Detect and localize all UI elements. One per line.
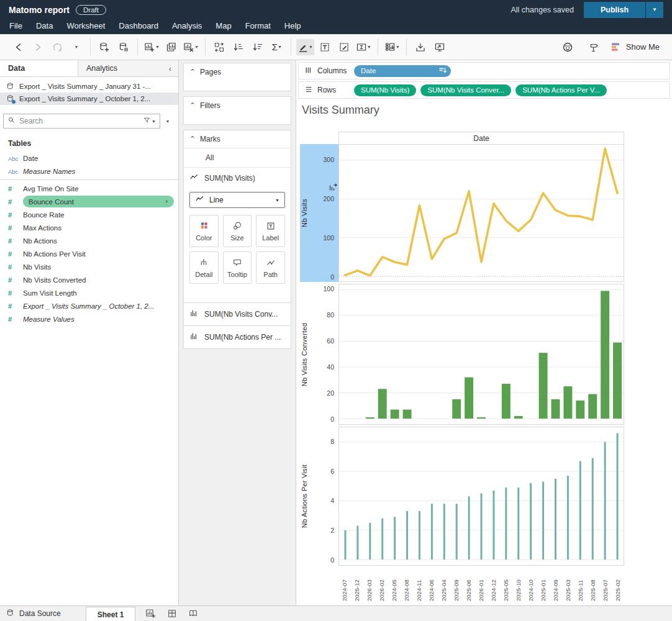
menu-dashboard[interactable]: Dashboard [112,17,165,34]
axis-nb-actions-per-visit[interactable]: Nb Actions Per Visit02468 [300,427,338,566]
sort-descending-icon[interactable] [249,39,266,55]
axis-nb-visits-converted[interactable]: Nb Visits Converted020406080100 [300,284,338,425]
new-worksheet-button[interactable] [140,607,161,620]
x-axis-label[interactable]: 2025-07 [599,568,612,601]
x-axis-label[interactable]: 2025-01 [537,568,550,601]
swap-rows-columns-icon[interactable] [211,39,228,55]
x-axis-label[interactable]: 2024-06 [425,568,438,601]
replay-caret[interactable]: ▼ [68,39,85,55]
new-dashboard-button[interactable] [161,607,183,620]
rows-shelf[interactable]: Rows SUM(Nb Visits)SUM(Nb Visits Conver.… [298,81,670,99]
show-cards-icon[interactable]: ▼ [383,39,401,55]
marks-tab-sum-nb-actions-per[interactable]: SUM(Nb Actions Per ... [184,325,291,348]
search-filter-button[interactable]: ▼ [143,116,156,127]
pages-shelf[interactable]: ⌃Pages [183,63,291,91]
x-axis-label[interactable]: 2025-05 [500,568,512,601]
detail-button[interactable]: Detail [189,252,219,284]
x-axis-label[interactable]: 2024-09 [550,568,562,601]
pill-sum-nb-visits[interactable]: SUM(Nb Visits) [354,84,416,96]
menu-worksheet[interactable]: Worksheet [60,17,112,34]
axis-nb-visits[interactable]: Nb Visits0100200300 [300,144,338,282]
publish-split-button[interactable]: Publish ▼ [584,2,663,18]
undo-icon[interactable] [10,39,27,55]
field-nb-actions-per-visit[interactable]: #Nb Actions Per Visit [0,247,178,260]
plot-nb-visits-converted[interactable] [338,284,624,425]
date-column-header[interactable]: Date [338,132,624,144]
data-source-tab[interactable]: Data Source [0,609,71,619]
x-axis-label[interactable]: 2025-12 [351,568,363,601]
color-button[interactable]: Color [189,215,219,247]
sort-ascending-icon[interactable] [230,39,247,55]
pill-date[interactable]: Date [354,65,451,77]
field-bounce-rate[interactable]: #Bounce Rate [0,208,178,221]
field-bounce-count[interactable]: #Bounce Count▼ [0,195,178,208]
data-source-selected[interactable]: Export _ Visits Summary _ October 1, 2..… [0,93,178,105]
marks-tab-sum-nb-visits[interactable]: SUM(Nb Visits) [184,167,291,189]
new-story-button[interactable] [183,607,204,620]
path-button[interactable]: Path [256,252,285,284]
mark-type-dropdown[interactable]: Line ▼ [189,192,285,208]
field-nb-visits-converted[interactable]: #Nb Visits Converted [0,273,178,286]
field-avg-time-on-site[interactable]: #Avg Time On Site [0,182,178,195]
einstein-icon[interactable] [559,39,576,55]
x-axis-label[interactable]: 2025-06 [463,568,475,601]
menu-file[interactable]: File [2,17,29,34]
x-axis-label[interactable]: 2024-08 [401,568,413,601]
size-button[interactable]: Size [223,215,252,247]
label-button[interactable]: Label [256,215,285,247]
show-mark-labels-icon[interactable] [316,39,334,55]
x-axis-label[interactable]: 2025-08 [587,568,599,601]
x-axis-label[interactable]: 2025-10 [512,568,525,601]
x-axis-label[interactable]: 2025-03 [562,568,574,601]
download-icon[interactable] [412,39,429,55]
field-date[interactable]: AbcDate [0,152,178,165]
x-axis-label[interactable]: 2024-07 [338,568,351,601]
presentation-mode-icon[interactable] [431,39,448,55]
collapse-pane-button[interactable]: ‹ [162,60,178,76]
x-axis-label[interactable]: 2025-04 [438,568,450,601]
plot-nb-visits[interactable] [338,144,624,282]
field-sum-visit-length[interactable]: #Sum Visit Length [0,286,178,299]
marks-tab-sum-nb-visits-conv[interactable]: SUM(Nb Visits Conv... [184,302,291,325]
x-axis-label[interactable]: 2024-10 [525,568,537,601]
pane-options-button[interactable]: ▼ [160,119,175,124]
annotate-icon[interactable] [335,39,353,55]
tab-analytics[interactable]: Analytics [78,60,162,76]
menu-map[interactable]: Map [209,17,238,34]
field-nb-actions[interactable]: #Nb Actions [0,234,178,247]
columns-shelf[interactable]: Columns Date [298,62,670,79]
new-worksheet-icon[interactable]: ▼ [143,39,161,55]
new-data-source-icon[interactable] [96,39,113,55]
x-axis-label[interactable]: 2024-11 [413,568,425,601]
duplicate-sheet-icon[interactable] [163,39,180,55]
tooltip-button[interactable]: Tooltip [223,252,252,284]
pause-auto-updates-icon[interactable] [115,39,132,55]
replay-icon[interactable] [48,39,66,55]
menu-data[interactable]: Data [29,17,60,34]
field-measure-names[interactable]: AbcMeasure Names [0,165,178,178]
menu-format[interactable]: Format [238,17,278,34]
search-input[interactable]: Search ▼ [3,114,160,129]
clear-sheet-icon[interactable]: ▼ [182,39,200,55]
field-nb-visits[interactable]: #Nb Visits [0,260,178,273]
x-axis-label[interactable]: 2024-12 [488,568,500,601]
data-source-item[interactable]: Export _ Visits Summary _ January 31 -..… [0,80,178,93]
totals-icon[interactable]: Σ▼ [268,39,286,55]
x-axis-label[interactable]: 2025-02 [612,568,624,601]
filters-shelf[interactable]: ⌃Filters [183,96,291,125]
x-axis-label[interactable]: 2025-09 [450,568,463,601]
pill-sum-nb-visits-conver[interactable]: SUM(Nb Visits Conver... [420,84,511,96]
x-axis-label[interactable]: 2025-11 [574,568,587,601]
x-axis-label[interactable]: 2026-01 [475,568,488,601]
marks-tab-all[interactable]: All [184,148,291,167]
redo-icon[interactable] [29,39,47,55]
x-axis-label[interactable]: 2026-03 [363,568,376,601]
x-axis-label[interactable]: 2024-05 [388,568,401,601]
x-axis-label[interactable]: 2026-02 [376,568,388,601]
publish-button[interactable]: Publish [584,2,645,18]
pill-sum-nb-actions-per-v[interactable]: SUM(Nb Actions Per V... [515,84,607,96]
data-guide-icon[interactable] [585,39,602,55]
tab-data[interactable]: Data [0,60,78,76]
menu-help[interactable]: Help [278,17,308,34]
field-max-actions[interactable]: #Max Actions [0,221,178,234]
